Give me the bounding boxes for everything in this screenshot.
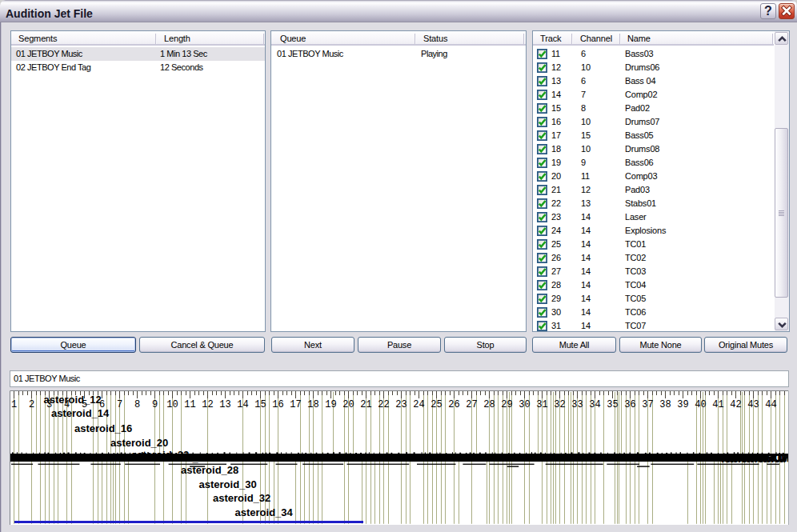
svg-text:38: 38 bbox=[659, 399, 671, 410]
svg-text:18: 18 bbox=[307, 399, 318, 410]
svg-text:30: 30 bbox=[519, 399, 530, 410]
svg-text:39: 39 bbox=[677, 399, 688, 410]
svg-text:asteroid_34: asteroid_34 bbox=[235, 506, 294, 518]
svg-text:2: 2 bbox=[29, 399, 34, 410]
svg-text:42: 42 bbox=[730, 399, 741, 410]
svg-text:asteroid_32: asteroid_32 bbox=[213, 492, 270, 504]
svg-text:21: 21 bbox=[360, 399, 371, 410]
svg-text:27: 27 bbox=[466, 399, 477, 410]
svg-text:37: 37 bbox=[642, 399, 653, 410]
svg-text:22: 22 bbox=[378, 399, 389, 410]
svg-text:31: 31 bbox=[536, 399, 547, 410]
svg-text:9: 9 bbox=[152, 399, 158, 410]
svg-text:asteroid_14: asteroid_14 bbox=[51, 407, 110, 419]
svg-text:7: 7 bbox=[117, 399, 122, 410]
svg-text:24: 24 bbox=[413, 399, 424, 410]
svg-text:13: 13 bbox=[219, 399, 230, 410]
svg-text:20: 20 bbox=[342, 399, 354, 410]
svg-text:10: 10 bbox=[166, 399, 178, 410]
svg-text:34: 34 bbox=[589, 399, 600, 410]
svg-text:32: 32 bbox=[554, 399, 565, 410]
svg-text:8: 8 bbox=[134, 399, 140, 410]
svg-text:23: 23 bbox=[395, 399, 407, 410]
svg-text:asteroid_28: asteroid_28 bbox=[181, 464, 238, 476]
svg-text:asteroid_12: asteroid_12 bbox=[44, 394, 102, 406]
svg-text:17: 17 bbox=[290, 399, 301, 410]
svg-text:41: 41 bbox=[712, 399, 723, 410]
svg-text:asteroid_16: asteroid_16 bbox=[74, 422, 132, 434]
svg-text:36: 36 bbox=[624, 399, 635, 410]
svg-text:12: 12 bbox=[202, 399, 213, 410]
svg-text:28: 28 bbox=[483, 399, 495, 410]
svg-text:1: 1 bbox=[11, 399, 17, 410]
svg-text:TC05TC06TC06TC07TC07: TC05TC06TC06TC07TC07 bbox=[721, 451, 790, 464]
svg-text:16: 16 bbox=[272, 399, 283, 410]
svg-text:15: 15 bbox=[254, 399, 266, 410]
svg-text:44: 44 bbox=[765, 399, 776, 410]
svg-text:40: 40 bbox=[695, 399, 706, 410]
svg-text:asteroid_20: asteroid_20 bbox=[110, 437, 168, 449]
svg-text:11: 11 bbox=[184, 399, 195, 410]
svg-text:33: 33 bbox=[571, 399, 583, 410]
svg-text:asteroid_30: asteroid_30 bbox=[199, 478, 257, 490]
svg-text:14: 14 bbox=[237, 399, 248, 410]
svg-text:19: 19 bbox=[325, 399, 336, 410]
svg-text:26: 26 bbox=[448, 399, 459, 410]
svg-text:25: 25 bbox=[431, 399, 442, 410]
svg-text:29: 29 bbox=[501, 399, 512, 410]
svg-text:35: 35 bbox=[607, 399, 618, 410]
svg-text:43: 43 bbox=[747, 399, 759, 410]
